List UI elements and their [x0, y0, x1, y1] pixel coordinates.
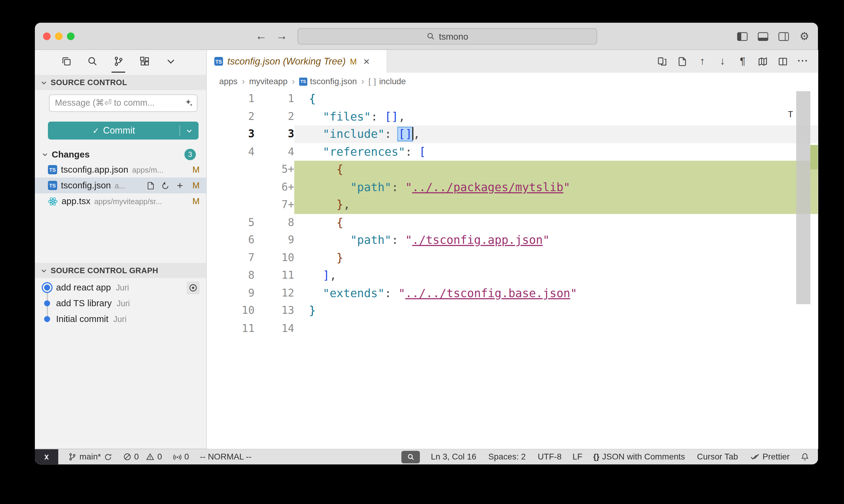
- magnifier-icon: [407, 453, 415, 461]
- commit-button[interactable]: ✓ Commit: [48, 122, 199, 139]
- vim-mode-indicator[interactable]: -- NORMAL --: [200, 452, 251, 462]
- code-line[interactable]: 7+ },: [207, 196, 818, 214]
- code-line[interactable]: 44 "references": [: [207, 143, 818, 161]
- tab-title: tsconfig.json (Working Tree): [227, 56, 346, 67]
- diff-editor[interactable]: 11{22 "files": [],33 "include": [],44 "r…: [207, 90, 818, 449]
- discard-changes-icon[interactable]: [160, 180, 171, 191]
- more-views-chevron-icon[interactable]: [161, 50, 180, 73]
- whitespace-icon[interactable]: ¶: [736, 55, 749, 68]
- cursor-tab-indicator[interactable]: Cursor Tab: [697, 452, 738, 462]
- modified-line-number: 1: [255, 90, 294, 108]
- breadcrumb-item-tsconfig[interactable]: TS tsconfig.json: [299, 77, 357, 86]
- typescript-icon: TS: [299, 77, 307, 85]
- branch-name: main*: [80, 452, 101, 462]
- code-line[interactable]: 1013}: [207, 302, 818, 320]
- code-line[interactable]: 33 "include": [],: [207, 125, 818, 143]
- formatter-indicator[interactable]: Prettier: [750, 452, 790, 462]
- remote-indicator[interactable]: [35, 449, 58, 464]
- previous-change-icon[interactable]: ↑: [696, 55, 708, 68]
- code-line[interactable]: 22 "files": [],: [207, 108, 818, 125]
- zoom-indicator[interactable]: [401, 451, 420, 463]
- search-icon: [426, 32, 435, 41]
- source-control-view-icon[interactable]: [109, 50, 128, 73]
- toggle-sidebar-icon[interactable]: [736, 30, 749, 43]
- code-line[interactable]: 11{: [207, 90, 818, 108]
- toggle-panel-icon[interactable]: [756, 30, 770, 43]
- settings-gear-icon[interactable]: ⚙: [798, 30, 811, 43]
- indentation-indicator[interactable]: Spaces: 2: [488, 452, 526, 462]
- problems-indicator[interactable]: 0 0: [123, 452, 162, 462]
- breadcrumb-item-include[interactable]: [ ] include: [368, 77, 406, 86]
- code-text: }: [294, 249, 818, 267]
- sparkle-icon[interactable]: [185, 99, 193, 109]
- close-tab-icon[interactable]: ×: [363, 56, 370, 67]
- minimize-window-button[interactable]: [55, 32, 63, 40]
- back-button[interactable]: ←: [254, 28, 268, 44]
- ports-indicator[interactable]: 0: [173, 452, 189, 462]
- source-control-graph-header[interactable]: SOURCE CONTROL GRAPH: [35, 263, 206, 278]
- split-editor-icon[interactable]: [777, 55, 789, 68]
- maximize-window-button[interactable]: [67, 32, 74, 40]
- remote-icon: [42, 453, 51, 461]
- graph-commit-row[interactable]: add TS libraryJuri: [35, 295, 206, 311]
- extensions-view-icon[interactable]: [135, 50, 154, 73]
- changes-label: Changes: [52, 149, 90, 159]
- encoding-indicator[interactable]: UTF-8: [538, 452, 562, 462]
- code-line[interactable]: 6+ "path": "../../packages/mytslib": [207, 178, 818, 196]
- next-change-icon[interactable]: ↓: [717, 55, 729, 68]
- commit-button-main[interactable]: ✓ Commit: [48, 125, 179, 136]
- more-actions-icon[interactable]: ···: [797, 55, 809, 68]
- sync-icon: [104, 453, 112, 461]
- file-row[interactable]: TStsconfig.jsona...+M: [35, 178, 206, 193]
- toggle-secondary-sidebar-icon[interactable]: [777, 30, 790, 43]
- code-line[interactable]: 1114: [207, 320, 818, 337]
- explorer-copy-icon[interactable]: [57, 50, 76, 73]
- file-path: apps/m...: [132, 165, 163, 174]
- breadcrumb-separator: ›: [292, 77, 295, 86]
- open-file-icon[interactable]: [145, 180, 156, 191]
- breadcrumb-item-myviteapp[interactable]: myviteapp: [249, 77, 288, 86]
- checkout-target-icon[interactable]: [187, 281, 200, 294]
- code-line[interactable]: 58 {: [207, 214, 818, 231]
- language-mode-indicator[interactable]: {} JSON with Comments: [593, 452, 685, 462]
- commit-dropdown-chevron-icon[interactable]: [180, 122, 199, 139]
- changes-section-header[interactable]: Changes 3: [35, 147, 206, 162]
- goto-file-icon[interactable]: [676, 55, 688, 68]
- code-text: "path": "../../packages/mytslib": [294, 178, 818, 196]
- open-changes-icon[interactable]: [656, 55, 669, 68]
- modified-line-number: 7+: [255, 196, 294, 214]
- original-line-number: [207, 178, 255, 196]
- file-path: a...: [115, 181, 125, 190]
- commit-message-box: [49, 94, 198, 112]
- search-view-icon[interactable]: [83, 50, 102, 73]
- graph-commit-row[interactable]: Initial commitJuri: [35, 311, 206, 327]
- code-line[interactable]: 69 "path": "./tsconfig.app.json": [207, 231, 818, 249]
- editor-group: TS tsconfig.json (Working Tree) M × ↑ ↓ …: [207, 50, 818, 449]
- original-line-number: 7: [207, 249, 255, 267]
- source-control-section-header[interactable]: SOURCE CONTROL: [35, 75, 206, 90]
- code-line[interactable]: 811 ],: [207, 267, 818, 284]
- commit-message-input[interactable]: [49, 94, 198, 112]
- code-line[interactable]: 5+ {: [207, 161, 818, 178]
- code-line[interactable]: 912 "extends": "../../tsconfig.base.json…: [207, 284, 818, 302]
- status-bar: main* 0 0 0 -- NORMAL --: [35, 449, 818, 464]
- file-row[interactable]: app.tsxapps/myviteapp/sr...M: [35, 193, 206, 209]
- tab-tsconfig-working-tree[interactable]: TS tsconfig.json (Working Tree) M ×: [207, 50, 387, 73]
- cursor-position-indicator[interactable]: Ln 3, Col 16: [431, 452, 476, 462]
- stage-changes-icon[interactable]: +: [174, 180, 185, 191]
- forward-button[interactable]: →: [275, 28, 289, 44]
- code-text: "extends": "../../tsconfig.base.json": [294, 284, 818, 302]
- notifications-bell[interactable]: [800, 452, 809, 461]
- file-row[interactable]: TStsconfig.app.jsonapps/m...M: [35, 162, 206, 178]
- eol-indicator[interactable]: LF: [572, 452, 582, 462]
- code-line[interactable]: 710 }: [207, 249, 818, 267]
- branch-indicator[interactable]: main*: [68, 452, 112, 462]
- breadcrumb-item-apps[interactable]: apps: [219, 77, 237, 86]
- search-value: tsmono: [439, 31, 468, 41]
- chevron-down-icon: [41, 150, 49, 158]
- map-icon[interactable]: [756, 55, 769, 68]
- close-window-button[interactable]: [43, 32, 51, 40]
- scrollbar-thumb[interactable]: [796, 91, 810, 304]
- command-center-search[interactable]: tsmono: [297, 28, 597, 44]
- graph-commit-row[interactable]: add react appJuri: [35, 280, 206, 295]
